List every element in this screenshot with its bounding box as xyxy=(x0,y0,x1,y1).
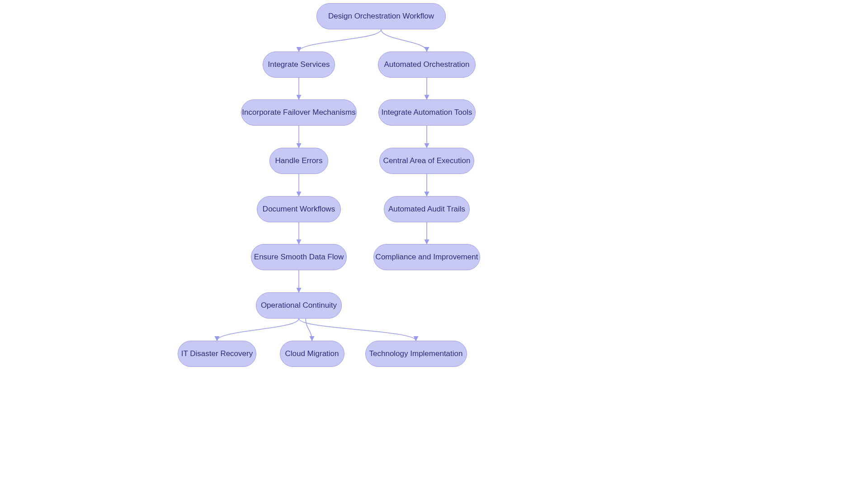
node-it-disaster-recovery: IT Disaster Recovery xyxy=(178,341,256,367)
node-ensure-smooth-data-flow: Ensure Smooth Data Flow xyxy=(251,244,347,270)
edge xyxy=(381,29,427,52)
node-handle-errors: Handle Errors xyxy=(269,148,328,174)
node-operational-continuity: Operational Continuity xyxy=(256,292,342,319)
node-compliance-improvement: Compliance and Improvement xyxy=(373,244,480,270)
edge xyxy=(306,318,312,341)
node-automated-audit-trails: Automated Audit Trails xyxy=(384,196,470,222)
node-integrate-automation-tools: Integrate Automation Tools xyxy=(378,99,476,126)
node-automated-orchestration: Automated Orchestration xyxy=(378,52,476,78)
node-root: Design Orchestration Workflow xyxy=(316,3,446,29)
edge xyxy=(299,319,416,341)
node-incorporate-failover: Incorporate Failover Mechanisms xyxy=(241,99,357,126)
edge xyxy=(217,319,299,341)
node-integrate-services: Integrate Services xyxy=(263,52,335,78)
diagram-canvas: Design Orchestration Workflow Integrate … xyxy=(0,0,868,488)
node-cloud-migration: Cloud Migration xyxy=(280,341,344,367)
node-central-area-execution: Central Area of Execution xyxy=(379,148,474,174)
node-document-workflows: Document Workflows xyxy=(257,196,341,222)
node-technology-implementation: Technology Implementation xyxy=(365,341,467,367)
edge xyxy=(299,29,381,52)
